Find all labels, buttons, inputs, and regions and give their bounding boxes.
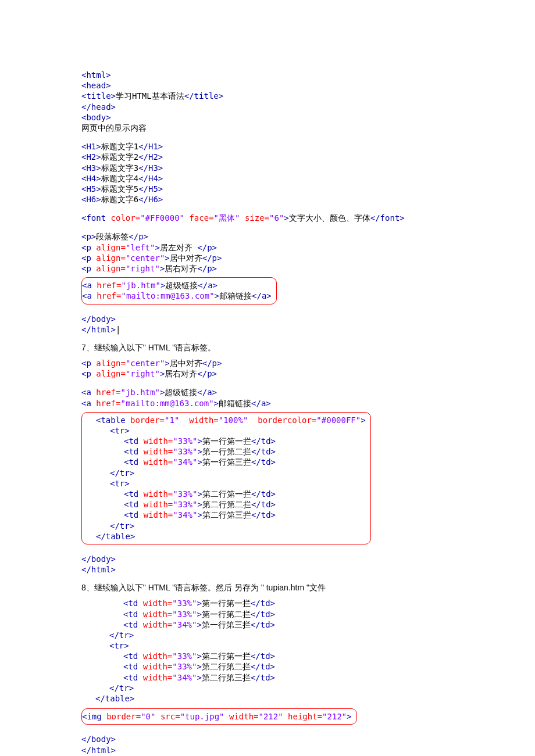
code-line: <a href="mailto:mm@163.com">邮箱链接</a>: [82, 291, 272, 301]
code-line: <td width="34%">第二行第三拦</td>: [82, 510, 366, 520]
code-line: </body>: [81, 314, 454, 324]
code-line: <td width="33%">第一行第二拦</td>: [82, 446, 366, 457]
code-line: <td width="33%">第二行第一拦</td>: [81, 651, 454, 661]
code-line: <img border="0" src="tup.jpg" width="212…: [82, 711, 352, 722]
code-line: <tr>: [82, 478, 366, 489]
code-line: <tr>: [82, 425, 366, 436]
code-line: <body>: [81, 112, 454, 123]
code-line: <td width="34%">第一行第三拦</td>: [82, 457, 366, 467]
code-line: <td width="34%">第一行第三拦</td>: [81, 619, 454, 630]
code-line: <head>: [81, 80, 454, 91]
code-line: <H6>标题文字6</H6>: [81, 194, 454, 205]
code-line: <a href="jb.htm">超级链接</a>: [81, 387, 454, 397]
highlight-box-img: <img border="0" src="tup.jpg" width="212…: [81, 708, 357, 725]
code-line: <H4>标题文字4</H4>: [81, 173, 454, 184]
code-line: <p>段落标签</p>: [81, 231, 454, 242]
code-line: </html>: [81, 745, 454, 755]
code-line: </tr>: [81, 630, 454, 640]
code-line: </tr>: [82, 521, 366, 531]
code-line: <H2>标题文字2</H2>: [81, 152, 454, 162]
code-line: </html>|: [81, 324, 454, 335]
code-line: </table>: [81, 693, 454, 704]
code-line: </body>: [81, 554, 454, 564]
code-line: <p align="center">居中对齐</p>: [81, 253, 454, 263]
code-line: <table border="1" width="100%" bordercol…: [82, 415, 366, 425]
code-line: <p align="right">居右对齐</p>: [81, 263, 454, 274]
highlight-box-links: <a href="jb.htm">超级链接</a> <a href="mailt…: [81, 277, 277, 304]
code-line: <td width="33%">第一行第一拦</td>: [81, 598, 454, 608]
code-line: 网页中的显示内容: [81, 123, 454, 133]
code-line: </html>: [81, 564, 454, 575]
code-line: <p align="center">居中对齐</p>: [81, 358, 454, 368]
highlight-box-table: <table border="1" width="100%" bordercol…: [81, 412, 371, 544]
code-line: <p align="right">居右对齐</p>: [81, 368, 454, 379]
code-line: <H5>标题文字5</H5>: [81, 184, 454, 194]
step-7-label: 7、继续输入以下" HTML "语言标签。: [81, 343, 454, 353]
code-line: <td width="33%">第二行第二拦</td>: [82, 499, 366, 510]
code-line: <td width="33%">第一行第一拦</td>: [82, 436, 366, 446]
code-line: <td width="33%">第二行第一拦</td>: [82, 489, 366, 499]
code-line: <font color="#FF0000" face="黑体" size="6"…: [81, 213, 454, 223]
code-line: <html>: [81, 70, 454, 80]
code-line: <title>学习HTML基本语法</title>: [81, 91, 454, 101]
code-line: </head>: [81, 102, 454, 112]
code-line: </tr>: [82, 468, 366, 478]
code-line: <td width="34%">第二行第三拦</td>: [81, 672, 454, 683]
document-page: <html> <head> <title>学习HTML基本语法</title> …: [0, 0, 535, 756]
code-line: <H1>标题文字1</H1>: [81, 141, 454, 152]
code-line: <H3>标题文字3</H3>: [81, 163, 454, 173]
code-line: <tr>: [81, 640, 454, 651]
code-line: <td width="33%">第一行第二拦</td>: [81, 609, 454, 619]
code-line: <a href="jb.htm">超级链接</a>: [82, 280, 272, 291]
step-8-label: 8、继续输入以下" HTML "语言标签。然后 另存为 " tupian.htm…: [81, 583, 454, 593]
code-line: <td width="33%">第二行第二拦</td>: [81, 661, 454, 672]
code-line: <p align="left">居左对齐 </p>: [81, 242, 454, 253]
code-line: </body>: [81, 734, 454, 744]
code-line: </table>: [82, 531, 366, 542]
code-line: </tr>: [81, 683, 454, 693]
code-line: <a href="mailto:mm@163.com">邮箱链接</a>: [81, 398, 454, 409]
